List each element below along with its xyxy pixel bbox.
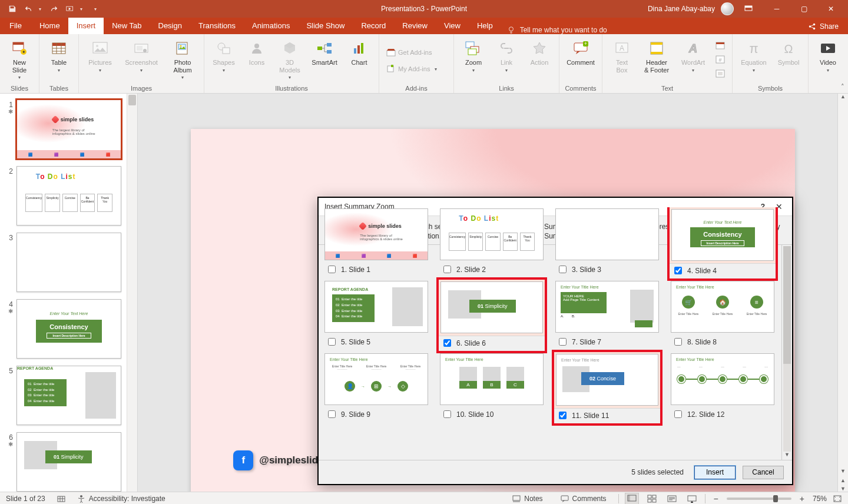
dialog-slide-checkbox[interactable]: [328, 266, 336, 273]
tell-me[interactable]: Tell me what you want to do: [507, 26, 607, 34]
zoom-in-button[interactable]: +: [797, 494, 807, 503]
dialog-slide-cell[interactable]: Enter Your Text Here ConsistencyInsert D…: [671, 208, 774, 278]
dialog-slide-caption[interactable]: 6. Slide 6: [440, 334, 544, 351]
comment-button[interactable]: +Comment: [564, 37, 597, 67]
dialog-slide-cell[interactable]: 3. Slide 3: [555, 208, 659, 278]
dialog-slide-checkbox[interactable]: [674, 267, 682, 274]
zoom-slider[interactable]: [727, 498, 791, 500]
date-time-icon[interactable]: [713, 40, 727, 51]
slide-thumbnail[interactable]: 5 REPORT AGENDA 01 Enter the title02 Ent…: [4, 366, 134, 425]
wordart-button[interactable]: AWordArt▾: [677, 37, 710, 73]
dialog-slide-cell[interactable]: Enter Your Title Here ABC 10. Slide 10: [440, 353, 544, 423]
status-language-icon[interactable]: [51, 495, 71, 503]
dialog-slide-caption[interactable]: 12. Slide 12: [671, 405, 774, 422]
tab-home[interactable]: Home: [31, 17, 68, 34]
video-button[interactable]: Video▾: [813, 37, 843, 73]
slideshow-view-button[interactable]: [685, 493, 699, 504]
dialog-slide-checkbox[interactable]: [443, 410, 451, 418]
table-button[interactable]: Table▾: [44, 37, 74, 73]
status-slide-number[interactable]: Slide 1 of 23: [0, 495, 51, 503]
get-addins-button[interactable]: Get Add-ins: [384, 47, 434, 58]
dialog-scrollbar[interactable]: ▼: [781, 245, 792, 460]
zoom-button[interactable]: Zoom▾: [459, 37, 488, 73]
dialog-insert-button[interactable]: Insert: [694, 466, 736, 479]
ribbon-display-options-icon[interactable]: [744, 5, 753, 12]
screenshot-button[interactable]: Screenshot▾: [120, 37, 163, 73]
smartart-button[interactable]: SmartArt: [308, 37, 341, 67]
dialog-slide-checkbox[interactable]: [559, 266, 567, 273]
tab-slideshow[interactable]: Slide Show: [298, 17, 353, 34]
dialog-slide-cell[interactable]: Enter Your Title Here YOUR HEREAdd Page …: [555, 281, 659, 351]
tab-transitions[interactable]: Transitions: [190, 17, 244, 34]
tab-animations[interactable]: Animations: [244, 17, 298, 34]
dialog-slide-caption[interactable]: 5. Slide 5: [324, 333, 428, 350]
dialog-slide-cell[interactable]: Enter Your Title Here Enter Title Here──…: [324, 353, 428, 423]
slide-thumbnail[interactable]: 1✱ simple slides The largest library ofi…: [4, 100, 134, 159]
new-slide-button[interactable]: ✦New Slide▾: [5, 37, 34, 80]
dialog-slide-checkbox[interactable]: [443, 266, 451, 273]
slide-thumbnail[interactable]: 2 To Do List ConsistencySimplicityConcis…: [4, 166, 134, 226]
dialog-slide-cell[interactable]: 01 Simplicity 6. Slide 6: [440, 281, 544, 351]
slide-thumbnail[interactable]: 6✱ 01 Simplicity: [4, 432, 134, 492]
save-icon[interactable]: [8, 5, 16, 13]
dialog-slide-caption[interactable]: 2. Slide 2: [440, 260, 544, 277]
dialog-slide-cell[interactable]: Enter Your Title Here 🛒🏠≡ Enter Title He…: [671, 281, 774, 351]
shapes-button[interactable]: Shapes▾: [209, 37, 238, 73]
dialog-cancel-button[interactable]: Cancel: [743, 466, 784, 479]
user-name[interactable]: Dina Jane Abay-abay: [648, 5, 715, 13]
tab-help[interactable]: Help: [469, 17, 501, 34]
tab-insert[interactable]: Insert: [68, 17, 104, 34]
share-button[interactable]: Share: [799, 19, 848, 34]
thumbnail-scrollbar[interactable]: ▲: [127, 94, 137, 492]
3d-models-button[interactable]: 3D Models▾: [275, 37, 304, 80]
dialog-slide-caption[interactable]: 7. Slide 7: [555, 333, 659, 350]
equation-button[interactable]: πEquation▾: [737, 37, 770, 73]
tab-newtab[interactable]: New Tab: [104, 17, 150, 34]
tab-view[interactable]: View: [436, 17, 469, 34]
undo-icon[interactable]: [25, 5, 33, 13]
dialog-slide-caption[interactable]: 4. Slide 4: [671, 261, 774, 278]
tab-file[interactable]: File: [0, 17, 31, 34]
symbol-button[interactable]: ΩSymbol: [774, 37, 803, 67]
close-button[interactable]: ✕: [817, 0, 844, 18]
dialog-slide-checkbox[interactable]: [559, 338, 567, 346]
canvas-scrollbar[interactable]: ▲ ▼ ▲ ▼: [837, 94, 848, 492]
maximize-button[interactable]: ▢: [790, 0, 817, 18]
user-avatar[interactable]: [721, 2, 734, 15]
pictures-button[interactable]: Pictures▾: [84, 37, 117, 73]
dialog-slide-checkbox[interactable]: [328, 410, 336, 418]
object-icon[interactable]: [713, 68, 727, 79]
header-footer-button[interactable]: Header & Footer: [640, 37, 673, 74]
dialog-slide-caption[interactable]: 11. Slide 11: [555, 406, 659, 423]
dialog-slide-checkbox[interactable]: [559, 412, 567, 419]
icons-button[interactable]: Icons: [242, 37, 271, 67]
dialog-slide-cell[interactable]: To Do List ConsistencySimplicityConciseB…: [440, 208, 544, 278]
my-addins-button[interactable]: My Add-ins▾: [384, 64, 439, 74]
minimize-button[interactable]: ─: [763, 0, 790, 18]
slide-thumbnail[interactable]: 3: [4, 233, 134, 292]
photo-album-button[interactable]: Photo Album▾: [166, 37, 199, 80]
status-accessibility[interactable]: Accessibility: Investigate: [71, 495, 171, 503]
qat-customize-icon[interactable]: ▾: [94, 6, 97, 12]
dialog-slide-caption[interactable]: 10. Slide 10: [440, 405, 544, 422]
slideshow-from-start-icon[interactable]: [66, 5, 74, 13]
slide-thumbnail[interactable]: 4✱ Enter Your Text Here ConsistencyInser…: [4, 299, 134, 359]
tab-review[interactable]: Review: [394, 17, 436, 34]
redo-icon[interactable]: [49, 5, 58, 13]
text-box-button[interactable]: AText Box: [607, 37, 637, 74]
slide-number-icon[interactable]: #: [713, 54, 727, 65]
tab-design[interactable]: Design: [150, 17, 190, 34]
dialog-slide-caption[interactable]: 3. Slide 3: [555, 260, 659, 277]
normal-view-button[interactable]: [625, 493, 639, 504]
reading-view-button[interactable]: [665, 493, 679, 504]
tab-record[interactable]: Record: [353, 17, 394, 34]
link-button[interactable]: Link▾: [492, 37, 521, 73]
dialog-slide-cell[interactable]: REPORT AGENDA 01 Enter the title02 Enter…: [324, 281, 428, 351]
dialog-slide-checkbox[interactable]: [674, 410, 682, 418]
chart-button[interactable]: Chart: [344, 37, 374, 67]
comments-button[interactable]: Comments: [555, 495, 612, 503]
dialog-slide-cell[interactable]: Enter Your Title Here 02 Concise 11. Sli…: [555, 353, 659, 423]
notes-button[interactable]: Notes: [506, 495, 548, 503]
action-button[interactable]: Action: [525, 37, 554, 67]
dialog-slide-checkbox[interactable]: [328, 338, 336, 346]
